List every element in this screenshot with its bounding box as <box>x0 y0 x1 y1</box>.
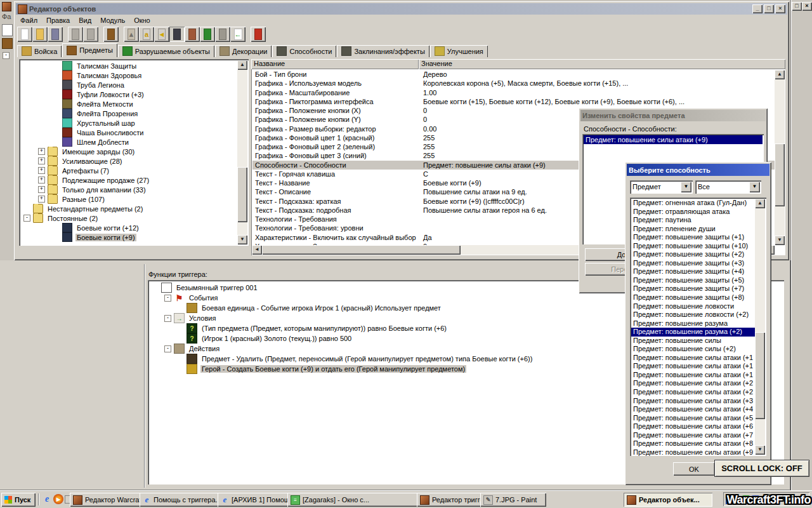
open-map-icon[interactable] <box>32 27 48 42</box>
menu-item[interactable]: Модуль <box>96 15 129 25</box>
tree-expander-icon[interactable]: - <box>164 295 171 302</box>
editor-tab[interactable]: Войска <box>17 45 62 57</box>
ability-option[interactable]: Предмет: повышение силы (+2) <box>631 345 755 354</box>
text-manager-icon[interactable]: a <box>139 27 154 42</box>
internet-explorer-icon[interactable]: e <box>42 494 52 504</box>
ability-option[interactable]: Предмет: повышение разума <box>631 319 755 328</box>
item-chest-icon[interactable] <box>103 27 119 42</box>
ability-option[interactable]: Предмет: повышение силы атаки (+1 <box>631 354 755 363</box>
scroll-left-icon[interactable]: ◄ <box>252 245 262 255</box>
ability-option[interactable]: Предмет: повышение силы <box>631 337 755 345</box>
item-tree-scrollbar[interactable]: ▲ ▼ <box>237 60 247 244</box>
taskbar-task-button[interactable]: Редактор триггеров <box>417 493 483 507</box>
item-tree-row[interactable]: Хрустальный шар <box>21 118 236 128</box>
ability-option[interactable]: Предмет: повышение защиты (+10) <box>631 242 755 251</box>
ai-editor-icon[interactable] <box>200 27 215 42</box>
ability-entry[interactable]: Предмет: повышение силы атаки (+9) <box>584 135 763 144</box>
item-tree-row[interactable]: Талисман Здоровья <box>21 70 236 80</box>
scrollbar-thumb[interactable] <box>755 332 765 419</box>
dialog-titlebar[interactable]: Выберите способность <box>627 164 769 176</box>
start-button[interactable]: Пуск <box>1 493 36 507</box>
ability-option[interactable]: Предмет: повышение силы атаки (+2 <box>631 388 755 397</box>
property-row[interactable]: Графика - Используемая модель Королевска… <box>252 79 775 88</box>
copy-icon[interactable] <box>68 27 83 42</box>
background-tree-expander[interactable]: - <box>3 52 10 59</box>
tree-expander-icon[interactable]: + <box>38 186 45 193</box>
tree-expander-icon[interactable]: + <box>38 148 45 155</box>
scroll-up-icon[interactable]: ▲ <box>755 199 765 208</box>
item-tree-row[interactable]: Туфли Ловкости (+3) <box>21 90 236 99</box>
item-tree-row[interactable]: + Подлежащие продаже (27) <box>21 175 236 185</box>
item-tree-row[interactable]: Нестандартные предметы (2) <box>21 204 236 213</box>
ability-option[interactable]: Предмет: повышение ловкости <box>631 302 755 311</box>
item-tree-row[interactable]: Флейта Прозрения <box>21 109 236 118</box>
ability-option[interactable]: Предмет: паутина <box>631 216 755 225</box>
property-row[interactable]: Графика - Масштабирование 1.00 <box>252 88 775 97</box>
taskbar-task-button[interactable]: Редактор объек... <box>624 493 712 507</box>
campaign-editor-icon[interactable] <box>185 27 200 42</box>
item-tree-row[interactable]: + Усиливающие (28) <box>21 156 236 166</box>
item-tree-row[interactable]: + Артефакты (7) <box>21 166 236 175</box>
column-header-value[interactable]: Значение <box>419 59 785 69</box>
race-filter-dropdown[interactable]: Предмет ▼ <box>630 180 693 194</box>
ability-option[interactable]: Предмет: повышение силы атаки (+4 <box>631 405 755 414</box>
ability-option[interactable]: Предмет: повышение силы атаки (+6 <box>631 422 755 431</box>
editor-tab[interactable]: Декорации <box>215 45 272 57</box>
scroll-down-icon[interactable]: ▼ <box>237 235 247 244</box>
media-player-icon[interactable]: ▶ <box>53 494 63 504</box>
terrain-editor-icon[interactable]: ▲ <box>124 27 139 42</box>
taskbar-task-button[interactable]: Редактор Warcraft ... <box>70 493 141 507</box>
ability-option[interactable]: Предмет: повышение разума (+2) <box>631 328 755 337</box>
ok-button[interactable]: OK <box>673 462 715 476</box>
taskbar-task-button[interactable]: 7.JPG - Paint <box>480 493 546 507</box>
item-tree-row[interactable]: + Только для кампании (33) <box>21 185 236 194</box>
tree-expander-icon[interactable]: + <box>38 196 45 203</box>
ability-option[interactable]: Предмет: повышение силы атаки (+3 <box>631 397 755 406</box>
ability-option[interactable]: Предмет: повышение силы атаки (+1 <box>631 362 755 371</box>
ability-option[interactable]: Предмет: повышение силы атаки (+1 <box>631 371 755 380</box>
ability-option[interactable]: Предмет: повышение защиты (+7) <box>631 284 755 293</box>
ability-option[interactable]: Предмет: повышение силы атаки (+8 <box>631 439 755 448</box>
ability-option[interactable]: Предмет: повышение силы атаки (+5 <box>631 414 755 423</box>
ability-option[interactable]: Предмет: повышение защиты (+3) <box>631 259 755 268</box>
ability-option[interactable]: Предмет: повышение силы атаки (+2 <box>631 379 755 388</box>
ability-option[interactable]: Предмет: пленение души <box>631 225 755 234</box>
scrollbar-thumb[interactable] <box>775 144 785 206</box>
column-header-name[interactable]: Название <box>251 59 419 69</box>
property-row[interactable]: Бой - Тип брони Дерево <box>252 70 775 79</box>
menu-item[interactable]: Окно <box>129 15 155 25</box>
taskbar-task-button[interactable]: [АРХИВ 1] Помощь ... <box>218 493 290 507</box>
ability-option[interactable]: Предмет: повышение защиты (+2) <box>631 250 755 259</box>
ability-option[interactable]: Предмет: огненная атака (Гул-Дан) <box>631 199 755 208</box>
item-tree-row[interactable]: Труба Легиона <box>21 80 236 90</box>
tree-expander-icon[interactable]: - <box>164 345 171 352</box>
parent-close-button[interactable]: × <box>802 2 812 11</box>
editor-tab[interactable]: Заклинания/эффекты <box>337 45 429 57</box>
ability-option[interactable]: Предмет: повышение ловкости (+2) <box>631 311 755 319</box>
property-row[interactable]: Графика - Пиктограмма интерфейса Боевые … <box>252 97 775 106</box>
minimize-button[interactable]: _ <box>752 4 763 13</box>
import-manager-icon[interactable]: ← <box>230 27 246 42</box>
menu-item[interactable]: Файл <box>16 15 42 25</box>
item-tree-row[interactable]: Боевые когти (+9) <box>21 232 236 242</box>
menu-item[interactable]: Вид <box>74 15 96 25</box>
item-tree-row[interactable]: - Постоянные (2) <box>21 213 236 223</box>
tree-expander-icon[interactable]: - <box>23 215 30 222</box>
object-editor-titlebar[interactable]: Редактор объектов _ □ × <box>16 3 787 15</box>
ability-list-scrollbar[interactable]: ▲ ▼ <box>755 199 765 455</box>
item-tree-row[interactable]: Флейта Меткости <box>21 99 236 109</box>
item-tree-row[interactable]: + Разные (107) <box>21 194 236 204</box>
ability-option[interactable]: Предмет: повышение защиты (+5) <box>631 276 755 285</box>
tree-expander-icon[interactable]: - <box>164 315 171 322</box>
maximize-button[interactable]: □ <box>764 4 774 13</box>
ability-option[interactable]: Предмет: повышение защиты (+1) <box>631 233 755 242</box>
ability-option[interactable]: Предмет: повышение силы атаки (+9 <box>631 448 755 456</box>
sound-manager-icon[interactable]: ◄ <box>154 27 169 42</box>
close-button[interactable]: × <box>775 4 785 13</box>
item-tree-row[interactable]: + Имеющие заряды (30) <box>21 147 236 156</box>
taskbar-task-button[interactable]: [Zagaraks] - Окно с... <box>287 493 419 507</box>
taskbar-task-button[interactable]: Помощь с триггера... <box>140 493 220 507</box>
item-tree-row[interactable]: Шлем Доблести <box>21 137 236 147</box>
editor-tab[interactable]: Улучшения <box>430 45 488 57</box>
object-manager-icon[interactable] <box>215 27 230 42</box>
